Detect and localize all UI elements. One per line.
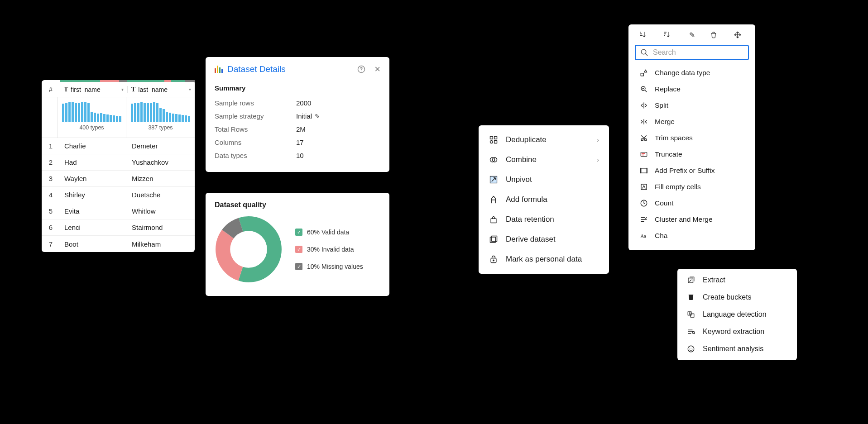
panel-title: Dataset quality [215, 201, 380, 209]
svg-text:Aa: Aa [641, 233, 647, 238]
menu-item-combine[interactable]: Combine› [479, 150, 609, 170]
tool-item-label: Cluster and Merge [655, 215, 744, 224]
cell-first-name: Boot [60, 240, 127, 248]
tool-item-add-prefix-or-suffix[interactable]: Add Prefix or Suffix [634, 162, 750, 179]
cell-first-name: Waylen [60, 175, 127, 182]
menu-item-unpivot[interactable]: Unpivot [479, 170, 609, 190]
submenu-item-sentiment-analysis[interactable]: Sentiment analysis [677, 340, 797, 357]
table-row[interactable]: 3WaylenMizzen [42, 171, 195, 187]
submenu-item-label: Extract [703, 276, 788, 284]
split-icon [639, 101, 648, 110]
dataset-quality-panel: Dataset quality ✓60% Valid data✓30% Inva… [206, 193, 389, 296]
tool-item-change-data-type[interactable]: Change data type [634, 65, 750, 81]
svg-rect-21 [641, 152, 647, 157]
cell-first-name: Had [60, 158, 127, 166]
svg-rect-22 [642, 153, 645, 154]
table-row[interactable]: 1CharlieDemeter [42, 138, 195, 154]
kv-sample-rows: Sample rows 2000 [215, 96, 380, 110]
column-header-first-name[interactable]: T first_name ▾ [60, 86, 127, 93]
legend-label: 10% Missing values [307, 263, 363, 270]
svg-point-32 [688, 346, 694, 352]
kv-columns: Columns 17 [215, 136, 380, 149]
types-count: 400 types [79, 124, 104, 131]
kv-total-rows: Total Rows 2M [215, 123, 380, 136]
tool-item-replace[interactable]: Replace [634, 81, 750, 97]
column-name: last_name [138, 86, 168, 93]
delete-icon[interactable] [710, 31, 722, 39]
menu-item-derive-dataset[interactable]: Derive dataset [479, 229, 609, 249]
submenu-item-label: Keyword extraction [703, 328, 788, 336]
search-input[interactable] [653, 48, 743, 57]
tool-item-cluster-and-merge[interactable]: Cluster and Merge [634, 211, 750, 228]
tool-item-label: Truncate [655, 150, 744, 158]
menu-item-mark-as-personal-data[interactable]: Mark as personal data [479, 249, 609, 269]
tool-item-split[interactable]: Split [634, 97, 750, 114]
transform-submenu: ExtractCreate bucketsLanguage detectionK… [677, 269, 797, 360]
tool-item-cha[interactable]: AaCha [634, 228, 750, 244]
close-icon[interactable]: × [374, 64, 380, 74]
legend-label: 60% Valid data [307, 229, 349, 236]
column-distribution-first-name: 400 types [57, 97, 126, 138]
checkbox-icon: ✓ [295, 263, 302, 270]
deduplicate-icon [489, 135, 499, 144]
histogram-icon [62, 100, 121, 122]
chevron-down-icon[interactable]: ▾ [189, 87, 191, 92]
tool-item-label: Fill empty cells [655, 183, 744, 191]
buckets-icon [686, 293, 695, 301]
personal-data-icon [489, 255, 499, 264]
submenu-item-create-buckets[interactable]: Create buckets [677, 289, 797, 306]
submenu-item-label: Language detection [703, 310, 788, 319]
menu-item-add-formula[interactable]: Add formula [479, 190, 609, 210]
tool-item-label: Change data type [655, 69, 744, 77]
types-count: 387 types [148, 124, 173, 131]
search-box[interactable] [635, 45, 749, 60]
search-icon [640, 48, 648, 57]
tool-item-truncate[interactable]: Truncate [634, 146, 750, 162]
cell-first-name: Charlie [60, 142, 127, 150]
tool-item-fill-empty-cells[interactable]: Fill empty cells [634, 179, 750, 195]
edit-icon[interactable]: ✎ [315, 113, 320, 120]
trim-icon [639, 134, 648, 142]
tool-item-trim-spaces[interactable]: Trim spaces [634, 130, 750, 146]
help-icon[interactable] [357, 65, 365, 73]
svg-rect-24 [641, 168, 647, 173]
sort-desc-icon[interactable] [662, 31, 674, 39]
summary-heading: Summary [215, 84, 380, 92]
svg-point-34 [692, 348, 693, 349]
column-header-last-name[interactable]: T last_name ▾ [127, 86, 195, 93]
chevron-down-icon[interactable]: ▾ [121, 87, 124, 92]
unpivot-icon [489, 175, 499, 184]
svg-rect-25 [641, 184, 647, 190]
quality-donut-chart [215, 215, 283, 283]
table-row[interactable]: 4ShirleyDuetsche [42, 187, 195, 203]
submenu-item-keyword-extraction[interactable]: Keyword extraction [677, 323, 797, 340]
svg-point-33 [690, 348, 691, 349]
edit-icon[interactable]: ✎ [686, 31, 698, 39]
combine-icon [489, 155, 499, 164]
language-icon [686, 310, 695, 319]
transform-tools-panel: ✎ Change data typeReplaceSplitMergeTrim … [628, 24, 755, 250]
tool-item-label: Count [655, 199, 744, 207]
tool-item-count[interactable]: Count [634, 195, 750, 211]
table-row[interactable]: 2HadYushachkov [42, 154, 195, 171]
sort-asc-icon[interactable] [638, 31, 650, 39]
table-row[interactable]: 5EvitaWhitlow [42, 203, 195, 219]
change-type-icon [639, 69, 648, 77]
table-row[interactable]: 7BootMilkeham [42, 236, 195, 252]
cell-last-name: Demeter [127, 142, 195, 150]
tool-item-merge[interactable]: Merge [634, 114, 750, 130]
menu-item-deduplicate[interactable]: Deduplicate› [479, 130, 609, 150]
kv-sample-strategy: Sample strategy Initial ✎ [215, 110, 380, 123]
svg-rect-8 [494, 141, 497, 143]
row-number: 7 [42, 240, 60, 248]
move-icon[interactable] [734, 31, 745, 39]
table-row[interactable]: 6LenciStairmond [42, 219, 195, 236]
cell-last-name: Yushachkov [127, 158, 195, 166]
menu-item-data-retention[interactable]: Data retention [479, 210, 609, 229]
submenu-item-language-detection[interactable]: Language detection [677, 306, 797, 323]
tool-item-label: Add Prefix or Suffix [655, 167, 744, 175]
tool-item-label: Cha [655, 232, 744, 240]
submenu-item-extract[interactable]: Extract [677, 272, 797, 289]
menu-item-label: Derive dataset [506, 235, 599, 244]
checkbox-icon: ✓ [295, 246, 302, 253]
